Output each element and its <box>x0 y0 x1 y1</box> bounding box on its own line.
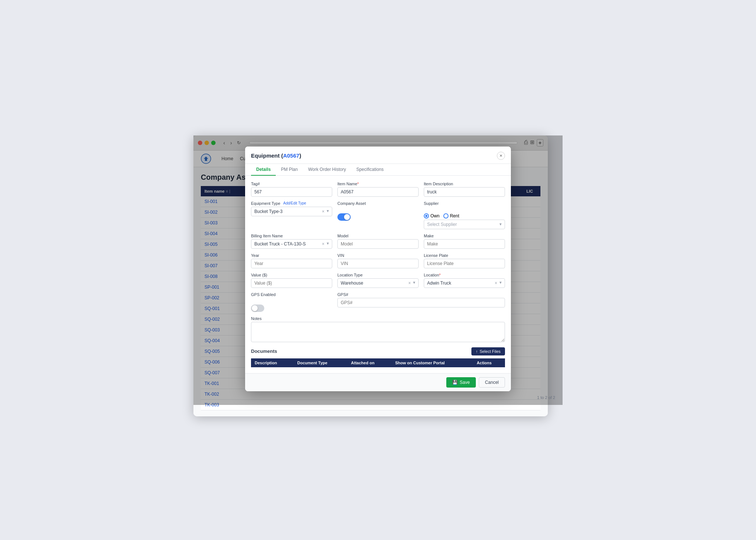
value-input[interactable] <box>251 278 332 288</box>
make-label: Make <box>424 234 505 238</box>
required-mark: * <box>439 273 441 277</box>
chevron-down-icon[interactable]: ▼ <box>499 222 502 226</box>
company-asset-toggle[interactable] <box>337 213 351 221</box>
value-label: Value ($) <box>251 273 332 277</box>
location-select[interactable]: Adwin Truck × ▼ <box>424 278 505 288</box>
select-files-button[interactable]: ↑ Select Files <box>471 347 505 355</box>
supplier-radio-group: Own Rent <box>424 213 505 219</box>
equip-type-value: Bucket Type-3 <box>251 207 320 216</box>
tab-details[interactable]: Details <box>251 164 276 176</box>
equipment-form: Tag# Item Name* Item Description <box>251 182 505 342</box>
model-field-group: Model <box>337 234 419 249</box>
license-label: License Plate <box>424 253 505 258</box>
modal-tabs: Details PM Plan Work Order History Speci… <box>245 164 511 176</box>
add-edit-type-link[interactable]: Add/Edit Type <box>283 201 306 205</box>
tag-field-group: Tag# <box>251 182 332 197</box>
doc-col-type: Document Type <box>293 358 347 367</box>
equip-type-label: Equipment Type <box>251 201 280 206</box>
tab-specifications[interactable]: Specifications <box>351 164 389 176</box>
toggle-knob <box>344 214 350 220</box>
modal-title: Equipment (A0567) <box>251 152 301 159</box>
gps-toggle-wrapper <box>251 305 332 312</box>
toggle-knob <box>252 305 258 311</box>
model-input[interactable] <box>337 239 419 249</box>
location-type-select[interactable]: Warehouse × ▼ <box>337 278 419 288</box>
billing-item-label: Billing Item Name <box>251 234 332 238</box>
gps-enabled-label: GPS Enabled <box>251 292 332 297</box>
supplier-rent-radio[interactable]: Rent <box>443 213 459 219</box>
location-field-group: Location* Adwin Truck × ▼ <box>424 273 505 288</box>
supplier-own-radio[interactable]: Own <box>424 213 440 219</box>
year-label: Year <box>251 253 332 258</box>
documents-title: Documents <box>251 348 277 354</box>
gps-input[interactable] <box>337 298 505 307</box>
item-desc-field-group: Item Description <box>424 182 505 197</box>
tag-label: Tag# <box>251 182 332 186</box>
location-type-value: Warehouse <box>338 279 406 288</box>
license-input[interactable] <box>424 259 505 268</box>
item-name-field-group: Item Name* <box>337 182 419 197</box>
cancel-button[interactable]: Cancel <box>479 377 505 388</box>
billing-item-field-group: Billing Item Name Bucket Truck - CTA-130… <box>251 234 332 249</box>
gps-field-group: GPS# <box>337 292 505 312</box>
item-name-input[interactable] <box>337 187 419 197</box>
equipment-modal: Equipment (A0567) × Details PM Plan Work… <box>245 147 511 391</box>
modal-body: Tag# Item Name* Item Description <box>245 176 511 373</box>
select-clear-icon[interactable]: × <box>322 241 324 247</box>
year-input[interactable] <box>251 259 332 268</box>
save-icon: 💾 <box>452 380 458 385</box>
chevron-down-icon[interactable]: ▼ <box>326 241 330 247</box>
tab-work-order-history[interactable]: Work Order History <box>303 164 351 176</box>
modal-header: Equipment (A0567) × <box>245 147 511 164</box>
supplier-select[interactable]: Select Supplier ▼ <box>424 220 505 229</box>
company-asset-toggle-wrapper <box>337 213 419 221</box>
billing-item-value: Bucket Truck - CTA-130-S <box>251 240 320 248</box>
make-input[interactable] <box>424 239 505 249</box>
item-desc-input[interactable] <box>424 187 505 197</box>
select-clear-icon[interactable]: × <box>322 209 324 214</box>
documents-table: Description Document Type Attached on Sh… <box>251 358 505 367</box>
supplier-field-group: Supplier Own Rent Sel <box>424 201 505 229</box>
gps-enabled-field-group: GPS Enabled <box>251 292 332 312</box>
modal-footer: 💾 Save Cancel <box>245 373 511 391</box>
modal-close-button[interactable]: × <box>497 152 505 160</box>
location-value: Adwin Truck <box>424 279 492 288</box>
notes-label: Notes <box>251 316 505 321</box>
doc-col-description: Description <box>251 358 293 367</box>
tab-pm-plan[interactable]: PM Plan <box>276 164 303 176</box>
vin-input[interactable] <box>337 259 419 268</box>
radio-own-icon <box>424 213 429 219</box>
save-label: Save <box>460 380 470 385</box>
documents-section: Documents ↑ Select Files Description Doc… <box>251 347 505 367</box>
doc-col-portal: Show on Customer Portal <box>391 358 473 367</box>
notes-textarea[interactable] <box>251 322 505 342</box>
save-button[interactable]: 💾 Save <box>446 377 475 388</box>
select-clear-icon[interactable]: × <box>408 281 411 286</box>
supplier-placeholder: Select Supplier <box>424 220 496 229</box>
license-field-group: License Plate <box>424 253 505 268</box>
notes-field-group: Notes <box>251 316 505 342</box>
item-desc-label: Item Description <box>424 182 505 186</box>
equip-type-field-group: Equipment Type Add/Edit Type Bucket Type… <box>251 201 332 229</box>
chevron-down-icon[interactable]: ▼ <box>326 209 330 214</box>
billing-item-select[interactable]: Bucket Truck - CTA-130-S × ▼ <box>251 239 332 249</box>
select-clear-icon[interactable]: × <box>495 281 497 286</box>
doc-col-actions: Actions <box>473 358 505 367</box>
equip-type-select[interactable]: Bucket Type-3 × ▼ <box>251 207 332 216</box>
supplier-rent-label: Rent <box>450 213 459 219</box>
modal-title-id: A0567 <box>283 152 299 159</box>
supplier-label: Supplier <box>424 201 505 206</box>
documents-header: Documents ↑ Select Files <box>251 347 505 355</box>
chevron-down-icon[interactable]: ▼ <box>412 281 416 286</box>
company-asset-label: Company Asset <box>337 201 419 206</box>
vin-field-group: VIN <box>337 253 419 268</box>
model-label: Model <box>337 234 419 238</box>
tag-input[interactable] <box>251 187 332 197</box>
required-mark: * <box>357 182 359 186</box>
upload-icon: ↑ <box>476 349 478 354</box>
radio-rent-icon <box>443 213 449 219</box>
vin-label: VIN <box>337 253 419 258</box>
chevron-down-icon[interactable]: ▼ <box>499 281 502 286</box>
gps-enabled-toggle[interactable] <box>251 305 264 312</box>
year-field-group: Year <box>251 253 332 268</box>
